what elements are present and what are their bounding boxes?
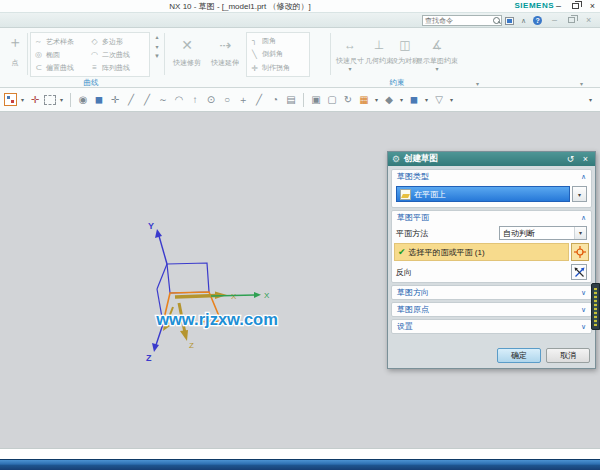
rapid-dimension-button[interactable]: ↔ 快速尺寸 ▾ <box>334 34 366 72</box>
minimize-window-button[interactable]: – <box>549 15 560 26</box>
reverse-direction-button[interactable] <box>571 264 587 280</box>
close-window-button[interactable]: × <box>583 15 594 26</box>
point-tool-button[interactable]: ＋ 点 <box>3 33 27 69</box>
solid-cube-icon[interactable]: ◼ <box>92 94 106 105</box>
refresh-icon[interactable]: ↻ <box>341 94 355 105</box>
command-search[interactable] <box>422 15 502 26</box>
gem-icon[interactable]: ◆ <box>382 94 396 105</box>
close-button[interactable]: × <box>587 1 598 12</box>
caret-icon[interactable]: ▾ <box>423 96 430 103</box>
sheet-icon[interactable]: ▢ <box>325 94 339 105</box>
settings-header[interactable]: 设置 ∨ <box>392 320 591 333</box>
graphics-viewport[interactable]: X Z X Y Z www.rjzxw.com ⚙ 创建草图 ↺ × <box>0 112 600 448</box>
rectangle-select-icon[interactable] <box>44 95 56 105</box>
sketch-type-dropdown[interactable]: 在平面上 <box>396 186 570 202</box>
restore-window-button[interactable] <box>566 15 577 26</box>
dialog-close-icon[interactable]: × <box>580 154 591 164</box>
select-plane-field[interactable]: ✔ 选择平的面或平面 (1) <box>394 243 569 261</box>
sketch-type-header[interactable]: 草图类型 ∧ <box>392 170 591 183</box>
toolbar-overflow-icon[interactable]: ▾ <box>587 96 594 103</box>
curve-group-label: 曲线 <box>30 78 152 88</box>
grid-icon[interactable]: ▦ <box>357 94 371 105</box>
dialog-rail-handle[interactable] <box>591 283 600 330</box>
reverse-direction-label: 反向 <box>396 267 412 278</box>
sketch-origin-header[interactable]: 草图原点 ∨ <box>392 303 591 316</box>
quick-extend-button[interactable]: ⇢ 快速延伸 <box>206 32 244 68</box>
snap-view-icon[interactable]: ▣ <box>309 94 323 105</box>
chevron-up-icon[interactable]: ∧ <box>581 173 586 181</box>
circle-center-icon[interactable]: ⊙ <box>204 94 218 105</box>
fullscreen-icon[interactable] <box>505 17 514 25</box>
polygon-icon: ◇ <box>90 35 99 48</box>
slash-icon[interactable]: ╱ <box>252 94 266 105</box>
cube-edge[interactable] <box>157 264 167 289</box>
arrow-up-icon[interactable]: ↑ <box>188 94 202 105</box>
caret-icon[interactable]: ▾ <box>19 96 26 103</box>
gallery-scroll-up[interactable]: ▴ <box>155 33 158 40</box>
caret-icon[interactable]: ▾ <box>373 96 380 103</box>
triad-z-arrow <box>180 330 188 341</box>
arc-icon[interactable]: ◠ <box>172 94 186 105</box>
minimize-button[interactable]: – <box>553 1 564 12</box>
plane-method-dropdown[interactable]: 自动判断 ▾ <box>499 226 587 240</box>
help-icon[interactable]: ? <box>533 16 542 25</box>
polygon-button[interactable]: ◇多边形 <box>90 35 146 48</box>
chevron-down-icon[interactable]: ∨ <box>581 323 586 331</box>
select-target-button[interactable] <box>571 243 589 261</box>
quick-trim-button[interactable]: ✕ 快速修剪 <box>168 32 206 68</box>
sketch-orientation-header[interactable]: 草图方向 ∨ <box>392 286 591 299</box>
pie-icon[interactable]: ◔ <box>268 94 282 105</box>
chamfer-button[interactable]: ╲倒斜角 <box>250 49 306 59</box>
minimize-ribbon-icon[interactable]: ∧ <box>521 16 526 25</box>
datum-x-axis[interactable] <box>211 295 255 296</box>
search-icon[interactable] <box>492 16 501 25</box>
move-icon[interactable]: ✛ <box>108 94 122 105</box>
group-dialog-launcher-icon[interactable]: ▾ <box>580 80 583 87</box>
group-dialog-launcher-icon[interactable]: ▾ <box>476 80 479 87</box>
line-icon[interactable]: ╱ <box>140 94 154 105</box>
windows-taskbar[interactable] <box>0 459 600 470</box>
sketch-type-dropdown-button[interactable]: ▾ <box>572 186 587 202</box>
profile-icon[interactable] <box>4 93 17 106</box>
sketch-plane-header[interactable]: 草图平面 ∧ <box>392 211 591 224</box>
caret-icon[interactable]: ▾ <box>414 66 460 72</box>
datum-y-axis[interactable] <box>159 236 167 264</box>
cancel-button[interactable]: 取消 <box>546 348 590 363</box>
sphere-icon[interactable]: ◉ <box>76 94 90 105</box>
spline-icon[interactable]: ～ <box>156 93 170 107</box>
display-sketch-constraints-button[interactable]: ∡ 显示草图约束 ▾ <box>414 34 460 72</box>
conic-button[interactable]: ◠二次曲线 <box>90 48 146 61</box>
chevron-down-icon[interactable]: ∨ <box>581 306 586 314</box>
cube-icon[interactable]: ◼ <box>407 94 421 105</box>
watermark: www.rjzxw.com <box>155 310 278 328</box>
plus-icon[interactable]: ＋ <box>236 93 250 107</box>
point-snap-icon[interactable]: ✛ <box>28 94 42 105</box>
offset-curve-button[interactable]: ⊂偏置曲线 <box>34 61 90 74</box>
circle-icon[interactable]: ○ <box>220 94 234 105</box>
chevron-up-icon[interactable]: ∧ <box>581 214 586 222</box>
art-spline-button[interactable]: ～艺术样条 <box>34 35 90 48</box>
point-icon: ＋ <box>8 33 23 50</box>
search-input[interactable] <box>423 17 492 24</box>
pattern-curve-button[interactable]: ≡阵列曲线 <box>90 61 146 74</box>
fillet-button[interactable]: ╮圆角 <box>250 36 306 46</box>
ok-button[interactable]: 确定 <box>497 348 541 363</box>
gallery-scroll-down[interactable]: ▾ <box>155 43 158 50</box>
ellipse-button[interactable]: ◎椭圆 <box>34 48 90 61</box>
dialog-title-bar[interactable]: ⚙ 创建草图 ↺ × <box>388 152 595 166</box>
restore-button[interactable] <box>570 1 581 12</box>
crosshair-icon <box>574 246 586 258</box>
line-icon[interactable]: ╱ <box>124 94 138 105</box>
cube-face[interactable] <box>167 263 209 293</box>
chevron-down-icon[interactable]: ∨ <box>581 289 586 297</box>
caret-icon[interactable]: ▾ <box>58 96 65 103</box>
caret-icon[interactable]: ▾ <box>334 66 366 72</box>
caret-icon[interactable]: ▾ <box>398 96 405 103</box>
title-bar: NX 10 - 草图 - [_model1.prt （修改的）] SIEMENS… <box>0 0 600 13</box>
make-corner-button[interactable]: ✛制作拐角 <box>250 63 306 73</box>
gallery-expand[interactable]: ▼ <box>154 53 160 59</box>
caret-icon[interactable]: ▾ <box>448 96 455 103</box>
layers-icon[interactable]: ▤ <box>284 94 298 105</box>
dialog-reset-icon[interactable]: ↺ <box>565 154 576 164</box>
filter-icon[interactable]: ▽ <box>432 94 446 105</box>
